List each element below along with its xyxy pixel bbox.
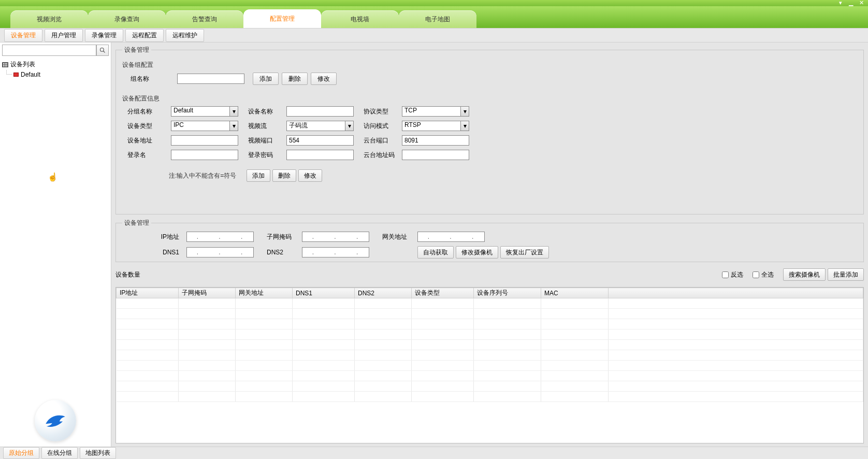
- device-delete-button[interactable]: 删除: [272, 169, 296, 182]
- table-row[interactable]: [117, 350, 863, 361]
- th-mask[interactable]: 子网掩码: [179, 288, 236, 298]
- device-sidebar: 设备列表 Default ☝: [0, 42, 111, 447]
- subtab-device-manage[interactable]: 设备管理: [4, 29, 42, 42]
- network-fieldset: 设备管理 IP地址 子网掩码 网关地址 DNS1 DNS2 自动获取 修改摄像机…: [115, 219, 864, 262]
- search-button[interactable]: [96, 45, 109, 56]
- lbl-mask: 子网掩码: [264, 233, 295, 241]
- invert-select-checkbox[interactable]: 反选: [722, 270, 743, 279]
- minimize-icon[interactable]: ▁: [846, 0, 856, 6]
- close-icon[interactable]: ✕: [857, 0, 866, 6]
- group-modify-button[interactable]: 修改: [311, 73, 337, 85]
- lbl-pwd: 登录密码: [248, 151, 279, 160]
- tree-item-default[interactable]: Default: [2, 70, 109, 79]
- subtab-record-manage[interactable]: 录像管理: [85, 29, 123, 42]
- table-row[interactable]: [117, 340, 863, 350]
- table-row[interactable]: [117, 371, 863, 381]
- lbl-ptzport: 云台端口: [364, 136, 395, 145]
- table-row[interactable]: [117, 309, 863, 319]
- lbl-stream: 视频流: [248, 122, 279, 131]
- hand-cursor-icon: ☝: [48, 172, 58, 182]
- input-dns1[interactable]: [186, 247, 254, 257]
- select-stream[interactable]: 子码流▾: [286, 121, 354, 131]
- tab-emap[interactable]: 电子地图: [399, 10, 476, 28]
- subtab-user-manage[interactable]: 用户管理: [45, 29, 83, 42]
- chevron-down-icon: ▾: [460, 107, 469, 116]
- th-ip[interactable]: IP地址: [117, 288, 179, 298]
- device-table[interactable]: IP地址 子网掩码 网关地址 DNS1 DNS2 设备类型 设备序列号 MAC: [115, 287, 864, 443]
- input-gw[interactable]: [417, 232, 485, 242]
- svg-point-0: [100, 48, 104, 52]
- chevron-down-icon: ▾: [345, 121, 353, 131]
- batch-add-button[interactable]: 批量添加: [828, 268, 864, 281]
- th-blank[interactable]: [609, 288, 863, 298]
- btab-map-list[interactable]: 地图列表: [80, 447, 116, 459]
- device-icon: [13, 73, 19, 77]
- tree-root-label: 设备列表: [10, 60, 35, 69]
- table-row[interactable]: [117, 319, 863, 329]
- select-proto[interactable]: TCP▾: [402, 106, 469, 117]
- table-header-row: IP地址 子网掩码 网关地址 DNS1 DNS2 设备类型 设备序列号 MAC: [117, 288, 863, 298]
- input-note: 注:输入中不能含有=符号: [169, 171, 236, 180]
- th-gw[interactable]: 网关地址: [236, 288, 293, 298]
- search-icon: [99, 47, 106, 53]
- tab-alarm-query[interactable]: 告警查询: [166, 10, 243, 28]
- group-add-button[interactable]: 添加: [253, 73, 279, 85]
- lbl-ptzaddr: 云台地址码: [364, 151, 395, 160]
- input-login[interactable]: [171, 150, 238, 160]
- search-camera-button[interactable]: 搜索摄像机: [783, 268, 826, 281]
- input-pwd[interactable]: [286, 150, 354, 160]
- search-input[interactable]: [2, 45, 96, 56]
- tree-root[interactable]: 设备列表: [2, 59, 109, 70]
- lbl-vport: 视频端口: [248, 136, 279, 145]
- btab-original-group[interactable]: 原始分组: [3, 447, 39, 459]
- input-ptzport[interactable]: [402, 135, 469, 146]
- chevron-down-icon: ▾: [229, 121, 238, 131]
- device-tree: 设备列表 Default: [2, 59, 109, 79]
- subtab-remote-config[interactable]: 远程配置: [125, 29, 164, 42]
- table-row[interactable]: [117, 329, 863, 340]
- lbl-dns2: DNS2: [264, 249, 295, 256]
- input-addr[interactable]: [171, 135, 238, 146]
- input-devname[interactable]: [286, 106, 354, 117]
- network-legend: 设备管理: [122, 219, 151, 227]
- input-dns2[interactable]: [302, 247, 369, 257]
- btab-online-group[interactable]: 在线分组: [41, 447, 78, 459]
- factory-reset-button[interactable]: 恢复出厂设置: [500, 246, 549, 259]
- select-all-checkbox[interactable]: 全选: [753, 270, 774, 279]
- group-delete-button[interactable]: 删除: [282, 73, 308, 85]
- table-row[interactable]: [117, 361, 863, 371]
- input-mask[interactable]: [302, 232, 369, 242]
- lbl-dns1: DNS1: [143, 249, 179, 256]
- lbl-group: 分组名称: [127, 107, 164, 116]
- svg-line-1: [104, 51, 105, 53]
- th-devtype[interactable]: 设备类型: [412, 288, 474, 298]
- table-row[interactable]: [117, 392, 863, 402]
- th-mac[interactable]: MAC: [541, 288, 609, 298]
- th-dns2[interactable]: DNS2: [355, 288, 412, 298]
- title-bar: ▾ ▁ ✕: [0, 0, 868, 6]
- auto-get-button[interactable]: 自动获取: [417, 246, 454, 259]
- tab-tv-wall[interactable]: 电视墙: [321, 10, 399, 28]
- group-name-input[interactable]: [177, 74, 244, 84]
- top-tab-bar: 视频浏览 录像查询 告警查询 配置管理 电视墙 电子地图: [0, 6, 868, 28]
- device-modify-button[interactable]: 修改: [298, 169, 322, 182]
- th-serial[interactable]: 设备序列号: [474, 288, 541, 298]
- th-dns1[interactable]: DNS1: [293, 288, 355, 298]
- dock-icon[interactable]: ▾: [836, 0, 845, 6]
- select-access[interactable]: RTSP▾: [402, 121, 469, 131]
- input-ptzaddr[interactable]: [402, 150, 469, 160]
- device-add-button[interactable]: 添加: [247, 169, 270, 182]
- tab-config-manage[interactable]: 配置管理: [243, 9, 321, 28]
- device-config-title: 设备配置信息: [122, 94, 857, 103]
- tab-record-query[interactable]: 录像查询: [88, 10, 166, 28]
- tab-video-preview[interactable]: 视频浏览: [10, 10, 88, 28]
- table-row[interactable]: [117, 298, 863, 309]
- lbl-gw: 网关地址: [379, 233, 410, 241]
- table-row[interactable]: [117, 381, 863, 392]
- input-vport[interactable]: [286, 135, 354, 146]
- modify-camera-button[interactable]: 修改摄像机: [456, 246, 498, 259]
- input-ip[interactable]: [186, 232, 254, 242]
- select-group[interactable]: Default▾: [171, 106, 238, 117]
- subtab-remote-maint[interactable]: 远程维护: [166, 29, 204, 42]
- select-devtype[interactable]: IPC▾: [171, 121, 238, 131]
